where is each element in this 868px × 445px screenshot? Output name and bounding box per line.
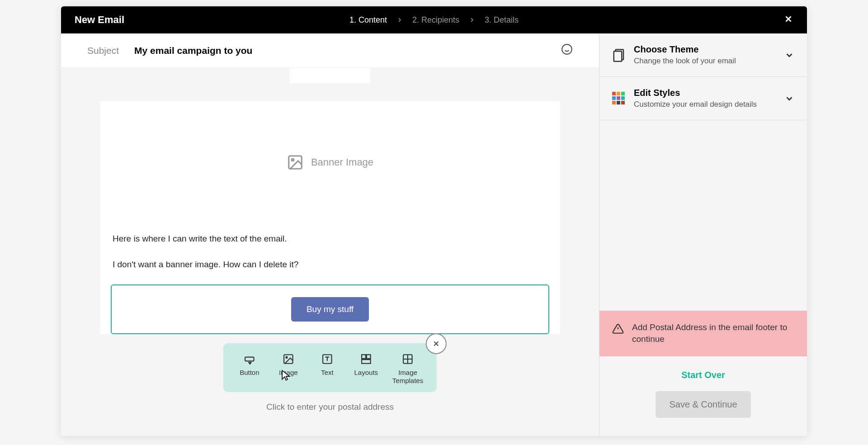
chevron-down-icon (784, 50, 794, 60)
postal-address-hint[interactable]: Click to enter your postal address (100, 402, 560, 412)
cta-button[interactable]: Buy my stuff (291, 297, 369, 322)
svg-rect-13 (362, 355, 366, 359)
email-text-block[interactable]: Here is where I can write the text of th… (100, 223, 560, 280)
button-block-selected[interactable]: Buy my stuff Button (111, 284, 549, 334)
image-icon (287, 154, 304, 171)
text-line: I don't want a banner image. How can I d… (113, 258, 547, 271)
cta-label: Buy my stuff (307, 304, 354, 314)
svg-point-11 (286, 357, 287, 358)
modal-title: New Email (75, 14, 124, 26)
svg-rect-20 (614, 51, 622, 62)
modal-header: New Email 1. Content 2. Recipients 3. De… (61, 6, 807, 33)
add-button[interactable]: Button (237, 353, 262, 385)
sidebar-spacer (599, 120, 807, 311)
panel-texts: Choose Theme Change the look of your ema… (634, 44, 776, 66)
styles-icon (612, 92, 626, 105)
svg-rect-14 (367, 355, 371, 359)
add-layouts[interactable]: Layouts (354, 353, 379, 385)
add-label: Button (240, 369, 259, 377)
edit-styles-panel[interactable]: Edit Styles Customize your email design … (599, 77, 807, 120)
chevron-right-icon (468, 16, 476, 24)
text-line: Here is where I can write the text of th… (113, 232, 547, 246)
layouts-icon (360, 353, 372, 365)
sidebar-actions: Start Over Save & Continue (599, 356, 807, 436)
panel-sub: Change the look of your email (634, 57, 776, 66)
email-card: Banner Image Here is where I can write t… (100, 101, 560, 334)
add-label: Layouts (354, 369, 378, 377)
start-over-label: Start Over (681, 370, 725, 380)
wizard-steps: 1. Content 2. Recipients 3. Details (349, 15, 519, 25)
step-details[interactable]: 3. Details (485, 15, 519, 25)
subject-value: My email campaign to you (134, 45, 252, 56)
right-sidebar: Choose Theme Change the look of your ema… (599, 33, 807, 436)
email-canvas: Banner Image Here is where I can write t… (61, 68, 599, 436)
add-element-menu: Button Image Text (223, 343, 437, 392)
svg-point-2 (562, 44, 572, 54)
close-icon (432, 340, 440, 348)
subject-bar[interactable]: Subject My email campaign to you (61, 33, 599, 68)
theme-icon (612, 48, 626, 62)
alert-text: Add Postal Address in the email footer t… (632, 322, 794, 346)
add-image[interactable]: Image (276, 353, 301, 385)
add-label: Image (279, 369, 298, 377)
emoji-button[interactable] (561, 43, 573, 58)
panel-sub: Customize your email design details (634, 100, 776, 109)
step-recipients[interactable]: 2. Recipients (412, 15, 459, 25)
panel-texts: Edit Styles Customize your email design … (634, 88, 776, 109)
postal-address-alert: Add Postal Address in the email footer t… (599, 311, 807, 356)
modal-body: Subject My email campaign to you Banner … (61, 33, 807, 436)
add-image-templates[interactable]: Image Templates (392, 353, 423, 385)
chevron-down-icon (784, 94, 794, 104)
add-text[interactable]: Text (315, 353, 340, 385)
panel-title: Choose Theme (634, 44, 776, 55)
subject-label: Subject (87, 45, 119, 56)
button-icon (244, 353, 255, 365)
templates-icon (402, 353, 414, 365)
save-label: Save & Continue (669, 399, 737, 409)
add-label: Image Templates (392, 369, 423, 385)
svg-point-6 (292, 159, 294, 161)
warning-icon (612, 323, 624, 335)
email-composer-modal: New Email 1. Content 2. Recipients 3. De… (61, 6, 807, 436)
top-spacer-block[interactable] (290, 68, 370, 83)
svg-rect-15 (362, 360, 371, 364)
banner-image-placeholder[interactable]: Banner Image (100, 101, 560, 223)
close-icon (783, 14, 793, 24)
svg-rect-9 (245, 357, 254, 361)
close-button[interactable] (783, 13, 793, 27)
image-icon (283, 353, 294, 365)
save-continue-button[interactable]: Save & Continue (656, 391, 750, 418)
smiley-icon (561, 43, 573, 55)
text-icon (321, 353, 333, 365)
close-menu-button[interactable] (426, 333, 447, 354)
step-content[interactable]: 1. Content (349, 15, 387, 25)
banner-label: Banner Image (311, 156, 373, 168)
chevron-right-icon (396, 16, 403, 24)
editor-column: Subject My email campaign to you Banner … (61, 33, 599, 436)
panel-title: Edit Styles (634, 88, 776, 98)
add-label: Text (321, 369, 334, 377)
start-over-button[interactable]: Start Over (681, 370, 725, 380)
choose-theme-panel[interactable]: Choose Theme Change the look of your ema… (599, 33, 807, 77)
